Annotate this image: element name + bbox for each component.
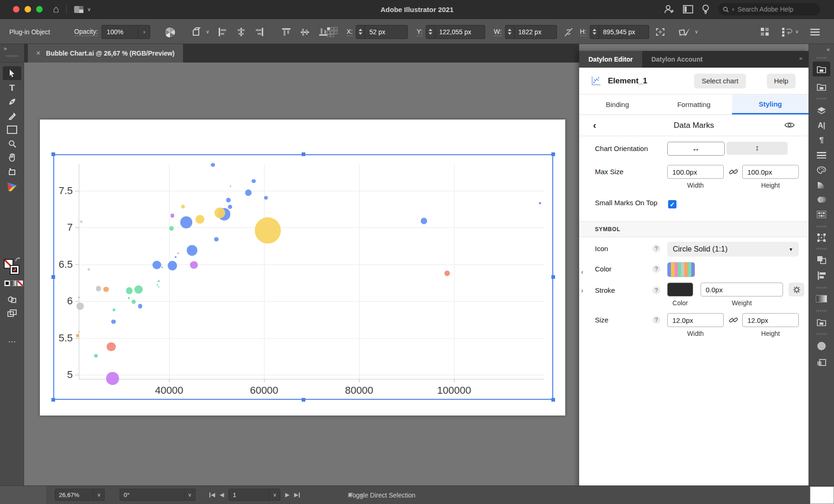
visibility-eye-icon[interactable] <box>784 121 795 129</box>
element-name[interactable]: Element_1 <box>608 76 647 86</box>
shape-builder-tool[interactable] <box>5 293 19 305</box>
close-icon[interactable]: × <box>36 49 40 57</box>
align-right-icon[interactable] <box>255 27 264 37</box>
mac-zoom-button[interactable] <box>36 6 43 13</box>
mac-minimize-button[interactable] <box>25 6 31 13</box>
orientation-horizontal-button[interactable]: ↔ <box>667 142 725 156</box>
expand-panels-icon[interactable]: « <box>827 46 830 53</box>
first-artboard-button[interactable]: ◀ <box>209 491 215 498</box>
color-mode-icon[interactable] <box>4 280 10 286</box>
selection-handle[interactable] <box>551 275 555 279</box>
more-tools-button[interactable]: … <box>5 334 19 346</box>
transparency-panel-icon[interactable] <box>815 194 828 205</box>
w-label[interactable]: W: <box>494 28 502 36</box>
tab-styling[interactable]: Styling <box>732 94 809 114</box>
gradient-tool-panel-icon[interactable] <box>815 293 828 304</box>
stroke-panel-icon[interactable] <box>815 150 828 161</box>
selection-bounding-box[interactable] <box>53 154 553 400</box>
tab-datylon-account[interactable]: Datylon Account <box>642 51 712 68</box>
transform-icon[interactable] <box>654 26 666 38</box>
datylon-editor-panel-icon[interactable] <box>813 62 830 76</box>
align-hcenter-icon[interactable] <box>236 27 246 37</box>
paragraph-panel-icon[interactable]: ¶ <box>815 135 828 146</box>
previous-artboard-button[interactable]: ◀ <box>220 491 224 498</box>
shape-edit-button[interactable]: ∨ <box>679 19 698 44</box>
panel-expand-right-icon[interactable]: › <box>581 286 583 294</box>
drag-handle[interactable] <box>815 98 828 100</box>
rectangle-tool[interactable] <box>5 124 19 136</box>
color-panel-icon[interactable] <box>815 164 828 176</box>
document-tab[interactable]: × Bubble Chart.ai @ 26,67 % (RGB/Preview… <box>28 44 183 63</box>
selection-tool[interactable] <box>3 66 21 80</box>
arrange-panel-icon[interactable] <box>683 5 693 13</box>
eyedropper-tool[interactable] <box>5 110 19 122</box>
tab-formatting[interactable]: Formatting <box>656 94 732 114</box>
character-panel-icon[interactable]: A| <box>815 120 828 131</box>
stroke-settings-button[interactable] <box>789 283 804 296</box>
datylon-tool[interactable] <box>5 181 19 193</box>
h-label[interactable]: H: <box>580 28 587 36</box>
zoom-tool[interactable] <box>5 138 19 150</box>
rotation-value[interactable]: 0° <box>120 489 184 501</box>
drag-handle[interactable] <box>815 57 828 59</box>
max-size-height-input[interactable]: 100.0px <box>742 165 799 179</box>
artboards-panel-icon[interactable] <box>815 357 828 368</box>
size-help-badge[interactable]: ? <box>652 316 660 324</box>
stroke-weight-input[interactable]: 0.0px <box>701 283 783 296</box>
last-artboard-button[interactable]: ▶ <box>294 491 300 498</box>
selection-handle[interactable] <box>51 152 55 156</box>
layers-panel-icon[interactable] <box>815 105 828 116</box>
y-stepper[interactable] <box>426 25 435 38</box>
home-icon[interactable]: ⌂ <box>53 4 59 14</box>
opacity-presets-button[interactable]: › <box>138 25 150 38</box>
y-label[interactable]: Y: <box>417 28 422 36</box>
drag-handle[interactable] <box>815 310 828 312</box>
artboard-dropdown[interactable]: ∨ <box>269 489 280 501</box>
align-top-icon[interactable] <box>282 27 291 37</box>
stroke-help-badge[interactable]: ? <box>652 286 660 294</box>
next-artboard-button[interactable]: ▶ <box>285 491 289 498</box>
opacity-label[interactable]: Opacity: <box>74 28 98 36</box>
selection-handle[interactable] <box>551 152 555 156</box>
constrain-proportions-off-icon[interactable] <box>563 27 574 37</box>
symbols-panel-icon[interactable] <box>815 340 828 352</box>
artboard-options-button[interactable]: ∨ <box>192 19 209 44</box>
align-panel-icon[interactable] <box>815 270 828 281</box>
help-search-field[interactable]: ∨ Search Adobe Help <box>718 3 820 15</box>
stroke-color-swatch[interactable] <box>667 283 693 296</box>
lightbulb-icon[interactable] <box>702 4 709 14</box>
pen-tool[interactable] <box>5 96 19 108</box>
drag-handle[interactable] <box>5 55 19 57</box>
select-chart-button[interactable]: Select chart <box>694 74 746 88</box>
icon-help-badge[interactable]: ? <box>652 245 660 252</box>
x-input[interactable]: 52 px <box>356 25 408 39</box>
color-help-badge[interactable]: ? <box>652 265 660 273</box>
datylon-account-panel-icon[interactable] <box>815 81 828 92</box>
x-label[interactable]: X: <box>347 28 353 36</box>
rotation-dropdown[interactable]: ∨ <box>184 489 196 501</box>
stacking-options-button[interactable]: ∨ <box>781 27 799 37</box>
drag-handle[interactable] <box>815 287 828 289</box>
artboard-tool[interactable] <box>5 165 19 177</box>
pathfinder-panel-icon[interactable] <box>815 254 828 265</box>
selection-handle[interactable] <box>551 398 555 402</box>
recolor-artwork-icon[interactable] <box>164 27 176 38</box>
zoom-level-dropdown[interactable]: ∨ <box>94 489 105 501</box>
status-collapse-icon[interactable]: ‹ <box>360 491 363 498</box>
menu-icon[interactable] <box>810 28 820 36</box>
tab-datylon-editor[interactable]: Datylon Editor <box>579 51 642 68</box>
icon-dropdown[interactable]: Circle Solid (1:1) ▼ <box>667 242 799 257</box>
status-play-icon[interactable]: ▶ <box>348 491 353 498</box>
snap-options-icon[interactable] <box>760 27 770 37</box>
tools-panel-header[interactable]: » <box>0 44 24 63</box>
distribute-icon[interactable] <box>327 27 338 37</box>
selection-handle[interactable] <box>302 398 305 402</box>
transform-panel-icon[interactable] <box>815 232 828 243</box>
collapse-tools-icon[interactable]: » <box>4 45 7 52</box>
artboards-tool[interactable] <box>5 307 19 319</box>
help-button[interactable]: Help <box>767 74 796 88</box>
libraries-panel-icon[interactable] <box>815 316 828 328</box>
small-marks-checkbox[interactable]: ✓ <box>668 200 676 208</box>
selection-handle[interactable] <box>51 398 55 402</box>
artboard-number-input[interactable]: 1 <box>228 489 269 501</box>
